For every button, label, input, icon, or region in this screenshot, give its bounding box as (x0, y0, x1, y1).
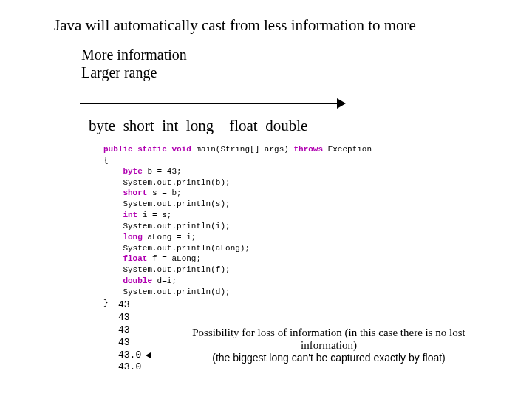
code-sample: public static void main(String[] args) t… (103, 144, 372, 309)
type-long: long (186, 117, 214, 135)
code-line: System.out.println(b); (103, 177, 372, 188)
code-line: public static void main(String[] args) t… (103, 144, 372, 155)
output-line: 43 (118, 337, 141, 349)
code-line: } (103, 298, 372, 309)
arrow-line (80, 103, 338, 104)
code-line: short s = b; (103, 188, 372, 199)
page-title: Java will automatically cast from less i… (54, 16, 416, 35)
callout-arrow-head-icon (146, 352, 151, 358)
code-line: System.out.println(aLong); (103, 243, 372, 254)
code-line: System.out.println(i); (103, 221, 372, 232)
type-sequence: byte short int long float double (89, 117, 307, 135)
subtitle-block: More information Larger range (81, 46, 187, 81)
subtitle-line-2: Larger range (81, 64, 187, 81)
output-line: 43 (118, 324, 141, 337)
footnote: Possibility for loss of information (in … (170, 327, 488, 364)
arrow-head-icon (337, 98, 346, 109)
type-float: float (229, 117, 257, 135)
program-output: 43 43 43 43 43.0 43.0 (118, 299, 141, 374)
code-line: int i = s; (103, 210, 372, 221)
type-byte: byte (89, 117, 115, 135)
footnote-line-2: (the biggest long can't be captured exac… (170, 352, 488, 364)
type-int: int (162, 117, 178, 135)
direction-arrow (80, 96, 346, 111)
subtitle-line-1: More information (81, 46, 187, 64)
output-line: 43 (118, 299, 141, 312)
type-short: short (123, 117, 154, 135)
code-line: long aLong = i; (103, 232, 372, 243)
code-line: System.out.println(f); (103, 265, 372, 276)
output-line: 43.0 (118, 361, 141, 374)
slide: Java will automatically cast from less i… (0, 0, 532, 399)
code-line: double d=i; (103, 276, 372, 287)
type-double: double (265, 117, 307, 135)
code-line: System.out.println(d); (103, 287, 372, 298)
footnote-line-1: Possibility for loss of information (in … (170, 327, 488, 352)
code-line: System.out.println(s); (103, 199, 372, 210)
code-line: { (103, 155, 372, 166)
output-line: 43.0 (118, 349, 141, 362)
callout-arrow-line (150, 355, 170, 355)
code-line: byte b = 43; (103, 166, 372, 177)
callout-arrow (146, 352, 170, 359)
output-line: 43 (118, 312, 141, 324)
code-line: float f = aLong; (103, 253, 372, 265)
